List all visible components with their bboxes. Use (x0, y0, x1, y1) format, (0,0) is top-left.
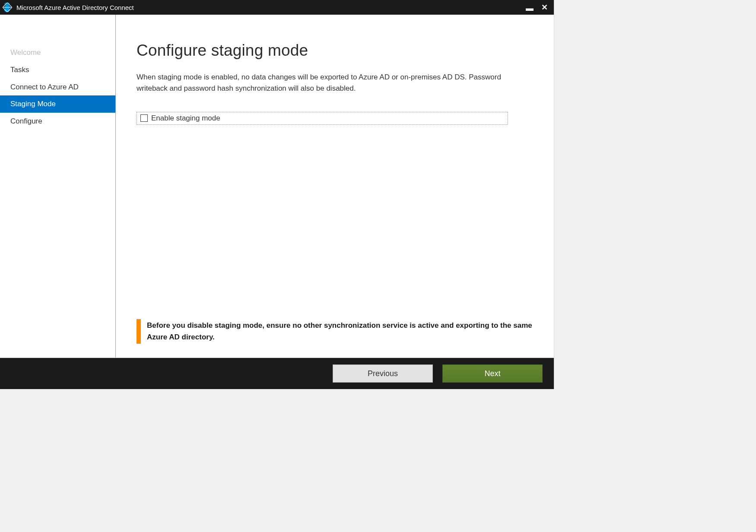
app-window: Microsoft Azure Active Directory Connect… (0, 0, 554, 389)
sidebar-item-configure[interactable]: Configure (0, 113, 115, 130)
warning-bar-icon (137, 319, 141, 344)
main-content: Configure staging mode When staging mode… (116, 15, 554, 358)
body-area: Welcome Tasks Connect to Azure AD Stagin… (0, 15, 554, 358)
sidebar-item-label: Configure (10, 117, 42, 125)
sidebar-item-label: Welcome (10, 48, 41, 57)
next-button[interactable]: Next (442, 364, 543, 383)
sidebar-item-staging-mode[interactable]: Staging Mode (0, 95, 115, 113)
button-label: Next (484, 369, 500, 378)
minimize-icon[interactable]: ▬ (526, 4, 534, 12)
close-icon[interactable]: ✕ (541, 3, 548, 11)
window-title: Microsoft Azure Active Directory Connect (16, 4, 526, 11)
sidebar-item-connect-azure-ad[interactable]: Connect to Azure AD (0, 79, 115, 96)
spacer (137, 125, 533, 320)
checkbox-icon (140, 114, 148, 122)
sidebar-item-tasks[interactable]: Tasks (0, 61, 115, 79)
wizard-sidebar: Welcome Tasks Connect to Azure AD Stagin… (0, 15, 116, 358)
previous-button[interactable]: Previous (333, 364, 433, 383)
warning-callout: Before you disable staging mode, ensure … (137, 319, 533, 344)
sidebar-item-welcome[interactable]: Welcome (0, 44, 115, 61)
titlebar: Microsoft Azure Active Directory Connect… (0, 0, 554, 15)
window-controls: ▬ ✕ (526, 3, 550, 11)
page-title: Configure staging mode (137, 41, 533, 60)
checkbox-label: Enable staging mode (151, 114, 220, 123)
wizard-footer: Previous Next (0, 358, 554, 389)
enable-staging-mode-checkbox[interactable]: Enable staging mode (137, 112, 508, 125)
button-label: Previous (368, 369, 398, 378)
azure-ad-connect-icon (3, 3, 12, 12)
page-description: When staging mode is enabled, no data ch… (137, 72, 512, 95)
warning-text: Before you disable staging mode, ensure … (147, 319, 533, 344)
sidebar-item-label: Staging Mode (10, 100, 56, 108)
sidebar-item-label: Connect to Azure AD (10, 83, 79, 91)
sidebar-item-label: Tasks (10, 66, 29, 74)
